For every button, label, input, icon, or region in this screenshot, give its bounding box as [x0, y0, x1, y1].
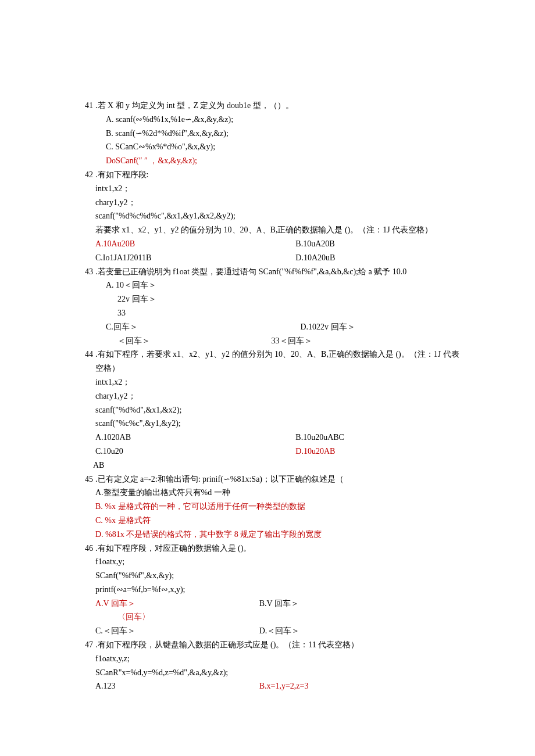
q43-number: 43: [76, 265, 95, 279]
q42-opt-d: D.10A20uB: [295, 251, 459, 265]
q42-cond: 若要求 x1、x2、y1、y2 的值分别为 10、20、A、B,正确的数据输入是…: [76, 223, 459, 237]
q44-code-4: scanf("%c%c",&y1,&y2);: [76, 417, 459, 431]
q41-number: 41: [76, 99, 95, 113]
q42-number: 42: [76, 168, 95, 182]
q42-opt-a: A.10Au20B: [95, 237, 295, 251]
q45-stem: .已有定义定 a=-2:和输出语句: prinif(∽%81x:Sa)；以下正确…: [95, 472, 459, 486]
q42-opt-b: B.10uA20B: [295, 237, 459, 251]
q44-stem: .有如下程序，若要求 x1、x2、y1、y2 的值分别为 10、20、A、B,正…: [95, 347, 459, 375]
q44-code-2: chary1,y2；: [76, 389, 459, 403]
q43-opt-a-3: 33: [76, 306, 459, 320]
q47-opt-b: B.x=1,y=2,z=3: [259, 679, 459, 693]
q43-opt-d: D.1022v 回车＞: [300, 320, 459, 334]
q43: 43 .若变量已正确说明为 f1oat 类型，要通过语句 SCanf("%f%f…: [76, 265, 459, 279]
q47-code-1: f1oatx,y,z;: [76, 652, 459, 666]
q41-opt-b: B. scanf(∽%2d*%d%if",&x,&y,&z);: [76, 127, 459, 141]
q46-opt-c: C.＜回车＞: [95, 624, 259, 638]
q44: 44 .有如下程序，若要求 x1、x2、y1、y2 的值分别为 10、20、A、…: [76, 347, 459, 375]
q46-opt-d: D.＜回车＞: [259, 624, 423, 638]
q45: 45 .已有定义定 a=-2:和输出语句: prinif(∽%81x:Sa)；以…: [76, 472, 459, 486]
q44-opt-b: B.10u20uABC: [295, 431, 459, 445]
q46: 46 .有如下程序段，对应正确的数据输入是 ()。: [76, 542, 459, 556]
q41-opt-a: A. scanf(∾%d%1x,%1e∽,&x,&y,&z);: [76, 113, 459, 127]
q44-opt-d: D.10u20AB: [295, 445, 459, 458]
q42-code-1: intx1,x2；: [76, 182, 459, 196]
q43-opt-a: A. 10＜回车＞: [76, 278, 459, 292]
q45-number: 45: [76, 472, 95, 486]
q46-code-1: f1oatx,y;: [76, 555, 459, 569]
q46-stem: .有如下程序段，对应正确的数据输入是 ()。: [95, 542, 459, 556]
q45-opt-b: B. %x 是格式符的一种，它可以适用于任何一种类型的数据: [76, 500, 459, 514]
q46-opt-a-2: 〈回车〉: [76, 610, 459, 624]
q45-opt-d: D. %81x 不是错误的格式符，其中数字 8 规定了输出字段的宽度: [76, 528, 459, 542]
q43-opt-c: C.回车＞: [106, 320, 300, 334]
q41-opt-c: C. SCanC∾%x%*d%o",&x,&y);: [76, 140, 459, 154]
q47-code-2: SCanR"x=%d,y=%d,z=%d",&a,&y,&z);: [76, 666, 459, 680]
q41-opt-d: DoSCanf(″ ″ ，&x,&y,&z);: [76, 154, 459, 168]
q43-opt-a-2: 22v 回车＞: [76, 292, 459, 306]
q41: 41 .若 X 和 y 均定义为 int 型，Z 定义为 doub1e 型，（）…: [76, 99, 459, 113]
q42-stem: .有如下程序段:: [95, 168, 459, 182]
q46-code-2: SCanf("%f%f",&x,&y);: [76, 569, 459, 583]
q44-opt-c: C.10u20: [95, 445, 295, 458]
q42-code-3: scanf("%d%c%d%c",&x1,&y1,&x2,&y2);: [76, 209, 459, 223]
q43-stem: .若变量已正确说明为 f1oat 类型，要通过语句 SCanf("%f%f%f"…: [95, 265, 459, 279]
q47-number: 47: [76, 638, 95, 652]
q42-code-2: chary1,y2；: [76, 196, 459, 210]
q46-code-3: printf(∾a=%f,b=%f∾,x,y);: [76, 583, 459, 597]
q42: 42 .有如下程序段:: [76, 168, 459, 182]
q46-opt-a: A.V 回车＞: [95, 597, 259, 611]
q44-opt-c-2: AB: [76, 458, 459, 472]
q44-code-1: intx1,x2；: [76, 375, 459, 389]
q42-opt-c: C.Io1JA1J2011B: [95, 251, 295, 265]
q46-opt-b: B.V 回车＞: [259, 597, 459, 611]
q44-code-3: scanf("%d%d",&x1,&x2);: [76, 403, 459, 417]
q44-number: 44: [76, 347, 95, 375]
q47-opt-a: A.123: [95, 679, 259, 693]
q47: 47 .有如下程序段，从键盘输入数据的正确形式应是 ()。（注：11 代表空格）: [76, 638, 459, 652]
q43-opt-c-2: ＜回车＞: [117, 334, 272, 348]
q47-stem: .有如下程序段，从键盘输入数据的正确形式应是 ()。（注：11 代表空格）: [95, 638, 459, 652]
q43-opt-d-2: 33＜回车＞: [272, 334, 459, 348]
q41-stem: .若 X 和 y 均定义为 int 型，Z 定义为 doub1e 型，（）。: [95, 99, 459, 113]
q45-opt-c: C. %x 是格式符: [76, 514, 459, 528]
q44-opt-a: A.1020AB: [95, 431, 295, 445]
q46-number: 46: [76, 542, 95, 556]
q45-opt-a: A.整型变量的输出格式符只有%d 一种: [76, 486, 459, 500]
